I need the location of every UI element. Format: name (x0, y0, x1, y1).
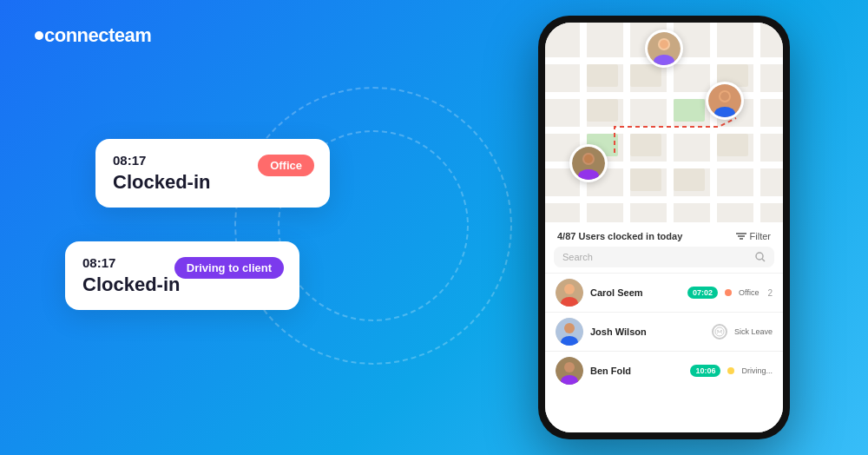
filter-label: Filter (750, 231, 771, 241)
deco-circle-2 (234, 87, 512, 365)
search-placeholder: Search (562, 252, 750, 262)
users-count: 4/87 Users clocked in today (557, 231, 682, 241)
svg-line-16 (762, 259, 765, 261)
user-avatar (556, 357, 583, 385)
svg-point-18 (564, 284, 575, 294)
time-badge: 07:02 (687, 287, 718, 299)
list-item[interactable]: Ben Fold 10:06 Driving... (545, 351, 783, 390)
svg-point-3 (660, 40, 668, 49)
svg-point-24 (717, 330, 719, 332)
status-label: Office (739, 288, 759, 297)
list-item[interactable]: Josh Wilson Sick Leave (545, 312, 783, 351)
time-badge: 10:06 (690, 365, 720, 377)
map-block (674, 168, 705, 191)
sick-icon (712, 324, 727, 340)
map-avatar-3 (569, 144, 608, 182)
svg-point-15 (756, 253, 763, 260)
map-avatar-2 (706, 82, 744, 120)
card2-badge: Driving to client (174, 257, 284, 279)
list-item[interactable]: Carol Seem 07:02 Office 2 (545, 273, 783, 312)
search-icon (755, 252, 766, 262)
map-area (545, 23, 783, 222)
logo-dot (35, 31, 43, 40)
status-dot (725, 289, 732, 296)
map-block (587, 64, 618, 87)
phone-screen: 4/87 Users clocked in today Filter Searc… (545, 23, 783, 432)
map-avatar-1 (645, 30, 683, 68)
svg-point-27 (564, 362, 575, 373)
count-label: 2 (767, 288, 773, 298)
svg-point-21 (564, 323, 575, 333)
logo: connecteam (35, 24, 151, 47)
clock-card-driving: 08:17 Clocked-in Driving to client (65, 241, 299, 310)
clock-card-office: 08:17 Clocked-in Office (95, 139, 330, 208)
card1-badge: Office (258, 155, 314, 176)
user-name: Ben Fold (590, 366, 683, 376)
road-v1 (580, 23, 587, 222)
search-bar[interactable]: Search (554, 247, 774, 267)
map-block (630, 64, 661, 87)
user-avatar (556, 279, 583, 307)
user-avatar (556, 318, 583, 346)
map-block (630, 168, 661, 191)
user-name: Carol Seem (590, 287, 681, 298)
svg-point-7 (720, 92, 729, 101)
svg-point-11 (584, 155, 593, 163)
logo-text: connecteam (44, 24, 151, 46)
svg-point-25 (720, 330, 722, 332)
user-name: Josh Wilson (590, 326, 705, 337)
user-list: 4/87 Users clocked in today Filter Searc… (545, 222, 783, 432)
filter-button[interactable]: Filter (736, 231, 771, 241)
status-label: Sick Leave (734, 327, 773, 336)
road-v5 (753, 23, 760, 222)
phone-mockup: 4/87 Users clocked in today Filter Searc… (538, 16, 790, 439)
filter-icon (736, 232, 746, 241)
status-dot (727, 367, 734, 374)
list-header: 4/87 Users clocked in today Filter (545, 222, 783, 247)
status-label: Driving... (741, 366, 773, 375)
